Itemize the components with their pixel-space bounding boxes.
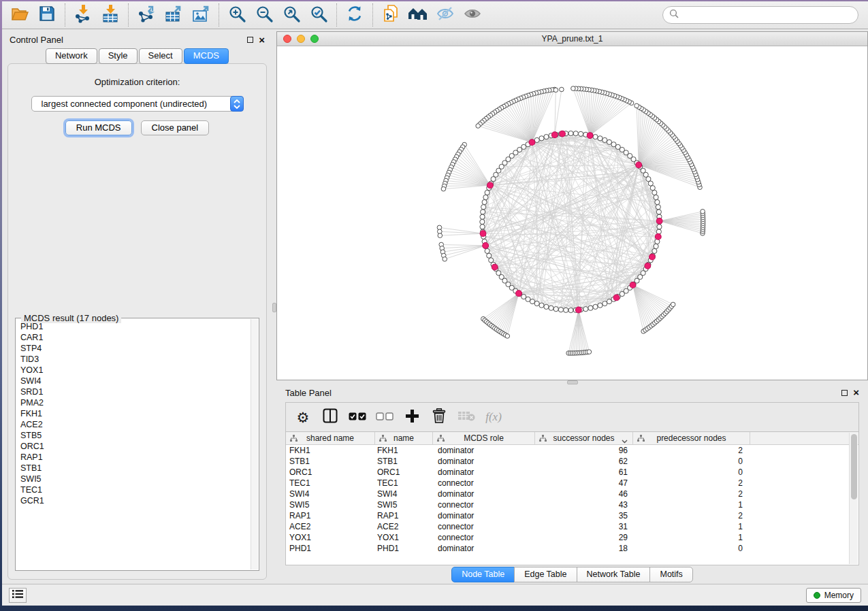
table-cell[interactable]: SWI5 (286, 499, 375, 510)
tab-network-table[interactable]: Network Table (577, 567, 651, 582)
table-cell[interactable]: PHD1 (286, 543, 375, 554)
table-cell[interactable]: ORC1 (286, 467, 375, 478)
delete-table-button[interactable] (456, 407, 477, 427)
tab-edge-table[interactable]: Edge Table (514, 567, 577, 582)
table-cell[interactable]: ORC1 (375, 467, 433, 478)
maximize-window-icon[interactable] (310, 35, 319, 43)
table-cell[interactable]: 43 (535, 499, 633, 510)
table-cell[interactable]: 1 (633, 532, 750, 543)
table-settings-button[interactable]: ⚙ (293, 407, 313, 427)
table-scrollbar[interactable] (849, 433, 858, 564)
table-cell[interactable]: connector (433, 478, 535, 489)
mcds-result-item[interactable]: SWI5 (19, 474, 250, 484)
save-session-button[interactable] (33, 3, 61, 27)
table-cell[interactable]: 0 (633, 543, 750, 554)
delete-column-button[interactable] (429, 407, 449, 427)
search-box[interactable] (662, 6, 858, 24)
float-panel-icon[interactable] (247, 37, 253, 43)
run-mcds-button[interactable]: Run MCDS (65, 120, 132, 135)
zoom-fit-button[interactable] (278, 3, 305, 27)
function-builder-button[interactable]: f(x) (483, 407, 504, 427)
column-header-predecessor-nodes[interactable]: predecessor nodes (633, 432, 750, 444)
table-cell[interactable]: RAP1 (286, 510, 375, 521)
import-network-button[interactable] (69, 3, 97, 27)
table-cell[interactable]: dominator (433, 510, 535, 521)
mcds-result-list[interactable]: PHD1CAR1STP4TID3YOX1SWI4SRD1PMA2FKH1ACE2… (19, 321, 250, 569)
table-cell[interactable]: 0 (633, 467, 750, 478)
table-row[interactable]: TEC1TEC1connector472 (286, 478, 858, 489)
network-view[interactable] (277, 46, 867, 380)
table-cell[interactable]: connector (433, 532, 535, 543)
select-all-columns-button[interactable] (347, 407, 368, 427)
divider-grip[interactable] (272, 303, 276, 312)
table-cell[interactable]: 61 (535, 467, 633, 478)
tab-select[interactable]: Select (139, 48, 182, 64)
column-header-successor-nodes[interactable]: successor nodes (535, 432, 633, 444)
mcds-result-item[interactable]: TID3 (19, 354, 250, 365)
refresh-button[interactable] (341, 3, 368, 27)
table-cell[interactable]: 2 (633, 478, 750, 489)
table-cell[interactable]: STB1 (375, 456, 433, 467)
mcds-result-item[interactable]: YOX1 (19, 365, 250, 376)
mcds-result-item[interactable]: SRD1 (19, 386, 250, 397)
table-cell[interactable]: dominator (433, 456, 535, 467)
table-row[interactable]: RAP1RAP1dominator352 (286, 510, 858, 521)
table-cell[interactable]: STB1 (286, 456, 375, 467)
table-row[interactable]: ACE2ACE2connector311 (286, 521, 858, 532)
table-cell[interactable]: 62 (535, 456, 633, 467)
table-cell[interactable]: YOX1 (375, 532, 433, 543)
table-cell[interactable]: 1 (633, 499, 750, 510)
create-column-button[interactable] (402, 407, 422, 427)
table-cell[interactable]: TEC1 (286, 478, 375, 489)
table-cell[interactable]: YOX1 (286, 532, 375, 543)
table-scrollbar-thumb[interactable] (851, 434, 857, 499)
mcds-result-item[interactable]: PMA2 (19, 397, 250, 408)
mcds-result-item[interactable]: ACE2 (19, 419, 250, 430)
table-cell[interactable]: PHD1 (375, 543, 433, 554)
show-all-button[interactable] (459, 3, 486, 27)
table-cell[interactable]: 1 (633, 521, 750, 532)
table-cell[interactable]: dominator (433, 445, 535, 456)
divider-grip[interactable] (567, 380, 578, 384)
table-cell[interactable]: FKH1 (375, 445, 433, 456)
network-window-titlebar[interactable]: YPA_prune.txt_1 (277, 32, 867, 46)
column-header-MCDS-role[interactable]: MCDS role (433, 432, 535, 444)
table-cell[interactable]: dominator (433, 489, 535, 499)
table-row[interactable]: PHD1PHD1dominator180 (286, 543, 858, 554)
table-cell[interactable]: TEC1 (375, 478, 433, 489)
table-cell[interactable]: 46 (535, 489, 633, 499)
open-file-button[interactable] (6, 3, 33, 27)
show-columns-button[interactable] (320, 407, 340, 427)
export-image-button[interactable] (187, 3, 214, 27)
clone-network-button[interactable] (377, 3, 404, 27)
column-header-name[interactable]: name (375, 432, 433, 444)
table-cell[interactable]: 47 (535, 478, 633, 489)
horizontal-split-divider[interactable] (276, 380, 868, 384)
table-row[interactable]: YOX1YOX1connector291 (286, 532, 858, 543)
tab-network[interactable]: Network (46, 48, 97, 64)
mcds-result-item[interactable]: SWI4 (19, 376, 250, 386)
table-row[interactable]: STB1STB1dominator620 (286, 456, 858, 467)
zoom-out-button[interactable] (251, 3, 278, 27)
table-cell[interactable]: 29 (535, 532, 633, 543)
close-panel-icon[interactable]: × (853, 389, 859, 396)
mcds-list-scrollbar[interactable] (251, 319, 258, 569)
tab-motifs[interactable]: Motifs (649, 567, 692, 582)
unselect-all-columns-button[interactable] (374, 407, 395, 427)
table-cell[interactable]: 2 (633, 489, 750, 499)
mcds-result-item[interactable]: ORC1 (19, 441, 250, 452)
mcds-result-item[interactable]: STB5 (19, 430, 250, 441)
table-cell[interactable]: connector (433, 521, 535, 532)
table-row[interactable]: SWI4SWI4dominator462 (286, 489, 858, 499)
table-row[interactable]: SWI5SWI5connector431 (286, 499, 858, 510)
close-panel-button[interactable]: Close panel (141, 120, 210, 135)
task-history-button[interactable] (9, 588, 27, 603)
criterion-dropdown[interactable]: largest connected component (undirected) (31, 96, 244, 112)
mcds-result-item[interactable]: TEC1 (19, 484, 250, 495)
float-panel-icon[interactable] (841, 390, 848, 396)
column-header-shared-name[interactable]: shared name (286, 432, 375, 444)
export-table-button[interactable] (160, 3, 187, 27)
table-cell[interactable]: 31 (535, 521, 633, 532)
search-input[interactable] (683, 10, 852, 20)
mcds-result-item[interactable]: GCR1 (19, 495, 250, 506)
